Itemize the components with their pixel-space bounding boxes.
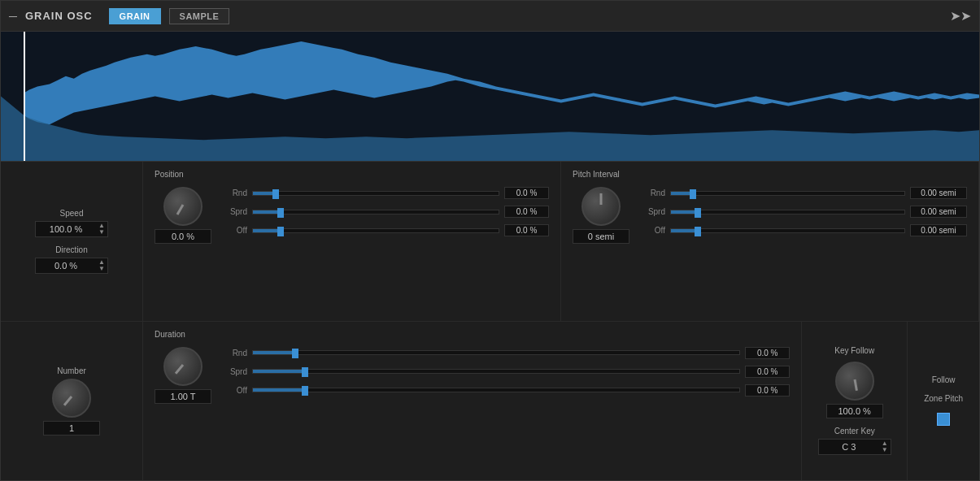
zone-pitch-label: Zone Pitch — [924, 394, 963, 403]
duration-label: Duration — [155, 330, 790, 339]
duration-rnd-row: Rnd 0.0 % — [224, 347, 790, 359]
key-follow-value: 100.0 % — [826, 404, 883, 418]
direction-label: Direction — [55, 245, 87, 254]
pitch-interval-label: Pitch Interval — [573, 170, 967, 179]
position-off-row: Off 0.0 % — [224, 224, 549, 236]
waveform-display[interactable] — [1, 32, 979, 162]
position-off-value: 0.0 % — [504, 224, 549, 236]
position-sprd-value: 0.0 % — [504, 206, 549, 218]
position-rnd-label: Rnd — [224, 188, 247, 197]
center-key-value: C 3 — [819, 440, 879, 453]
speed-label: Speed — [60, 209, 84, 218]
controls-area: Speed 100.0 % ▲ ▼ Direction 0.0 % ▲ ▼ — [1, 162, 979, 480]
number-label: Number — [57, 366, 86, 375]
number-knob[interactable] — [52, 379, 91, 418]
controls-row-1: Speed 100.0 % ▲ ▼ Direction 0.0 % ▲ ▼ — [1, 162, 979, 322]
direction-value: 0.0 % — [36, 259, 96, 272]
pitch-sprd-slider[interactable] — [670, 210, 905, 214]
duration-value: 1.00 T — [155, 389, 211, 404]
grain-osc-plugin: ─ GRAIN OSC GRAIN SAMPLE ➤➤ Speed 100.0 … — [0, 0, 980, 481]
duration-off-value: 0.0 % — [745, 384, 790, 396]
pitch-rnd-value: 0.00 semi — [910, 187, 967, 199]
pitch-interval-section: Pitch Interval 0 semi Rnd 0. — [561, 162, 979, 321]
duration-section: Duration 1.00 T Rnd 0.0 % — [143, 322, 802, 481]
direction-arrows: ▲ ▼ — [96, 258, 107, 273]
duration-sprd-value: 0.0 % — [745, 366, 790, 378]
number-section: Number 1 — [1, 322, 143, 481]
position-knob[interactable] — [163, 187, 203, 226]
position-rnd-row: Rnd 0.0 % — [224, 187, 549, 199]
pitch-sprd-label: Sprd — [642, 207, 665, 216]
controls-row-2: Number 1 Duration 1.00 T Rnd — [1, 322, 979, 481]
tab-sample[interactable]: SAMPLE — [169, 8, 230, 24]
direction-down-arrow[interactable]: ▼ — [97, 266, 107, 272]
position-sprd-label: Sprd — [224, 207, 247, 216]
pitch-rnd-row: Rnd 0.00 semi — [642, 187, 967, 199]
duration-sprd-slider[interactable] — [252, 369, 740, 374]
speed-arrows: ▲ ▼ — [96, 222, 107, 236]
duration-rnd-slider[interactable] — [252, 350, 740, 355]
follow-label: Follow — [932, 375, 956, 384]
header: ─ GRAIN OSC GRAIN SAMPLE ➤➤ — [1, 1, 979, 32]
pitch-value: 0 semi — [573, 229, 629, 244]
pitch-rnd-slider[interactable] — [670, 191, 905, 196]
playhead — [24, 32, 25, 161]
speed-section: Speed 100.0 % ▲ ▼ Direction 0.0 % ▲ ▼ — [1, 162, 143, 321]
pitch-knob[interactable] — [581, 187, 621, 226]
duration-off-label: Off — [224, 386, 247, 395]
duration-rnd-label: Rnd — [224, 349, 247, 358]
follow-section: Follow Zone Pitch — [908, 322, 979, 481]
pitch-sprd-row: Sprd 0.00 semi — [642, 206, 967, 218]
position-sprd-row: Sprd 0.0 % — [224, 206, 549, 218]
pitch-off-value: 0.00 semi — [910, 224, 967, 236]
speed-value-display[interactable]: 100.0 % ▲ ▼ — [35, 221, 108, 237]
key-follow-knob[interactable] — [835, 362, 874, 401]
pitch-off-label: Off — [642, 226, 665, 235]
pitch-off-row: Off 0.00 semi — [642, 224, 967, 236]
key-follow-label: Key Follow — [834, 346, 874, 355]
position-sprd-slider[interactable] — [252, 210, 499, 214]
position-off-slider[interactable] — [252, 228, 499, 233]
number-value: 1 — [43, 421, 100, 436]
position-off-label: Off — [224, 226, 247, 235]
pitch-sprd-value: 0.00 semi — [910, 206, 967, 218]
direction-value-display[interactable]: 0.0 % ▲ ▼ — [35, 258, 108, 274]
duration-rnd-value: 0.0 % — [745, 347, 790, 359]
position-value: 0.0 % — [155, 229, 211, 244]
tab-grain[interactable]: GRAIN — [109, 8, 161, 24]
duration-off-slider[interactable] — [252, 388, 740, 392]
position-rnd-slider[interactable] — [252, 191, 499, 196]
duration-off-row: Off 0.0 % — [224, 384, 790, 396]
speed-value: 100.0 % — [36, 223, 96, 236]
plugin-title: GRAIN OSC — [25, 10, 93, 22]
pitch-rnd-label: Rnd — [642, 188, 665, 197]
forward-arrow-icon[interactable]: ➤➤ — [950, 8, 971, 24]
duration-sprd-row: Sprd 0.0 % — [224, 366, 790, 378]
speed-down-arrow[interactable]: ▼ — [97, 229, 107, 236]
key-follow-section: Key Follow 100.0 % Center Key C 3 ▲ ▼ — [802, 322, 908, 481]
zone-pitch-toggle[interactable] — [937, 413, 950, 426]
duration-sprd-label: Sprd — [224, 367, 247, 376]
collapse-icon[interactable]: ─ — [9, 10, 17, 23]
position-label: Position — [155, 170, 549, 179]
position-rnd-value: 0.0 % — [504, 187, 549, 199]
position-section: Position 0.0 % Rnd 0.0 % — [143, 162, 561, 321]
duration-knob[interactable] — [163, 347, 203, 386]
center-key-display[interactable]: C 3 ▲ ▼ — [818, 439, 891, 455]
pitch-off-slider[interactable] — [670, 228, 905, 233]
center-key-down[interactable]: ▼ — [880, 447, 890, 453]
center-key-label: Center Key — [818, 427, 891, 436]
